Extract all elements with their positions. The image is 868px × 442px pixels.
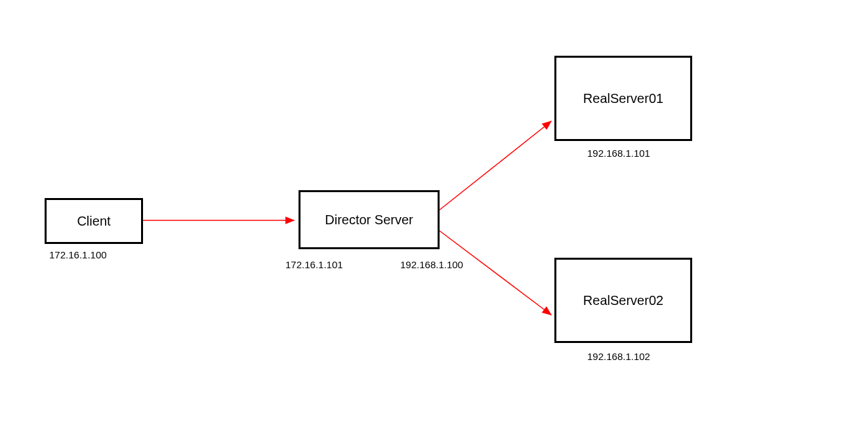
arrow-director-to-rs2 xyxy=(440,231,551,315)
node-rs1-label: RealServer01 xyxy=(583,91,663,106)
ip-director-right: 192.168.1.100 xyxy=(400,259,463,270)
ip-client: 172.16.1.100 xyxy=(49,249,107,260)
ip-director-left: 172.16.1.101 xyxy=(285,259,343,270)
node-rs2-label: RealServer02 xyxy=(583,293,663,308)
node-client-label: Client xyxy=(77,214,110,229)
node-rs1: RealServer01 xyxy=(554,56,692,141)
node-director-label: Director Server xyxy=(325,212,413,228)
ip-rs1: 192.168.1.101 xyxy=(587,148,650,159)
node-client: Client xyxy=(45,198,143,244)
node-rs2: RealServer02 xyxy=(554,258,692,343)
arrow-director-to-rs1 xyxy=(440,121,551,210)
ip-rs2: 192.168.1.102 xyxy=(587,351,650,362)
node-director: Director Server xyxy=(299,190,440,249)
